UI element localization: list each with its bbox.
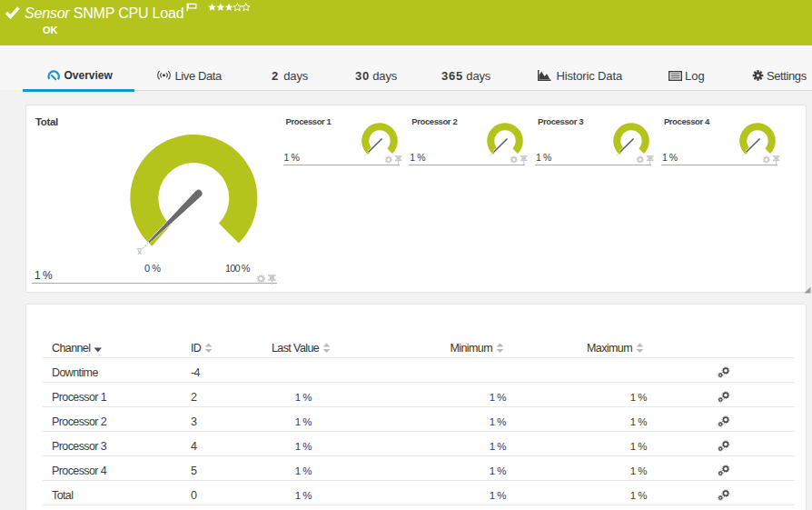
svg-text:x: x	[137, 246, 142, 256]
